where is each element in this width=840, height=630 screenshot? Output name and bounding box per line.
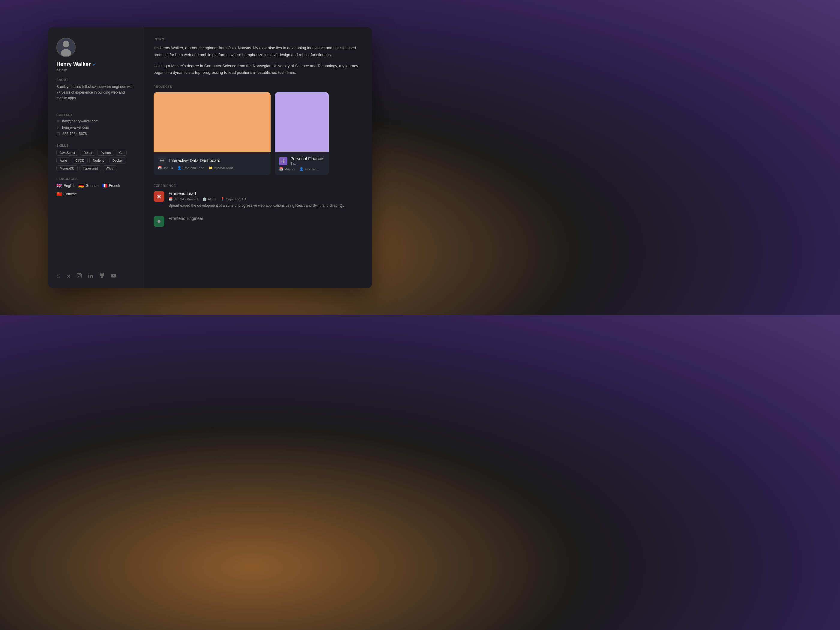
project-logo-2 <box>279 157 287 165</box>
about-label: ABOUT <box>57 78 135 82</box>
project-thumb-1 <box>153 92 271 152</box>
profile-card: Henry Walker ✓ he/him ABOUT Brooklyn bas… <box>48 27 372 288</box>
lang-item: 🇩🇪German <box>78 183 98 188</box>
project-title-1: Interactive Data Dashboard <box>169 158 220 163</box>
exp-title-1: Frontend Lead <box>169 191 362 196</box>
person-icon-2: 👤 <box>299 167 303 171</box>
avatar <box>57 38 76 57</box>
contact-email[interactable]: ✉ hey@henrywalker.com <box>57 119 135 123</box>
calendar-icon-2: 📅 <box>279 167 283 171</box>
contact-phone[interactable]: ☐ 555-1234-5678 <box>57 132 135 136</box>
threads-icon[interactable]: ⊗ <box>66 273 71 279</box>
website-text: henrywalker.com <box>62 125 89 129</box>
exp-title-2: Frontend Engineer <box>169 216 362 221</box>
about-section: ABOUT Brooklyn based full-stack software… <box>57 78 135 107</box>
exp-content-2: Frontend Engineer <box>169 216 362 227</box>
experience-item-2: Frontend Engineer <box>153 216 362 227</box>
intro-text: I'm Henry Walker, a product engineer fro… <box>153 45 362 76</box>
exp-location-1: 📍 Cupertino, CA <box>221 197 246 201</box>
languages-label: LANGUAGES <box>57 177 135 181</box>
youtube-icon[interactable] <box>111 273 116 279</box>
skill-tag: CI/CD <box>72 158 88 164</box>
project-thumb-2 <box>275 92 329 152</box>
intro-p2: Holding a Master's degree in Computer Sc… <box>153 63 362 76</box>
phone-text: 555-1234-5678 <box>62 132 87 136</box>
exp-calendar-icon-1: 📅 <box>169 197 173 201</box>
skill-tag: Node.js <box>89 158 107 164</box>
exp-meta-1: 📅 Jan 24 - Present 🏢 Alpha 📍 Cupertino, … <box>169 197 362 201</box>
project-role-2: 👤 Fronten... <box>299 167 319 171</box>
project-logo-row-1: Interactive Data Dashboard <box>158 156 267 165</box>
exp-company-1: 🏢 Alpha <box>202 197 216 201</box>
contact-section: CONTACT ✉ hey@henrywalker.com ⊕ henrywal… <box>57 114 135 138</box>
project-meta-1: 📅 Jan 24 👤 Frontend Lead 📁 Internal Tool… <box>158 166 267 170</box>
email-text: hey@henrywalker.com <box>62 119 99 123</box>
lang-flag: 🇨🇳 <box>57 191 62 197</box>
calendar-icon-1: 📅 <box>158 166 162 170</box>
skill-tag: Agile <box>57 158 70 164</box>
svg-point-4 <box>78 275 81 277</box>
languages-section: LANGUAGES 🇬🇧English🇩🇪German🇫🇷French🇨🇳Chi… <box>57 177 135 197</box>
svg-point-6 <box>88 273 89 275</box>
svg-rect-3 <box>77 273 82 278</box>
skill-tag: Docker <box>109 158 126 164</box>
project-logo-1 <box>158 156 166 165</box>
project-date-2: 📅 May 22 <box>279 167 295 171</box>
name-row: Henry Walker ✓ <box>57 61 135 68</box>
experience-label: EXPERIENCE <box>153 184 362 188</box>
skill-tag: React <box>80 150 95 156</box>
profile-name: Henry Walker <box>57 61 91 68</box>
intro-p1: I'm Henry Walker, a product engineer fro… <box>153 45 362 58</box>
skill-tag: Git <box>116 150 126 156</box>
svg-point-12 <box>158 220 161 223</box>
instagram-icon[interactable] <box>76 273 82 279</box>
exp-location-icon-1: 📍 <box>221 197 225 201</box>
exp-description-1: Spearheaded the development of a suite o… <box>169 203 362 209</box>
lang-item: 🇨🇳Chinese <box>57 191 77 197</box>
person-icon-1: 👤 <box>177 166 182 170</box>
project-info-2: Personal Finance Tr... 📅 May 22 👤 Fronte… <box>275 152 329 175</box>
lang-flag: 🇬🇧 <box>57 183 62 188</box>
globe-icon: ⊕ <box>57 125 60 130</box>
right-panel: INTRO I'm Henry Walker, a product engine… <box>144 27 372 288</box>
lang-name: French <box>109 183 120 188</box>
about-text: Brooklyn based full-stack software engin… <box>57 84 135 101</box>
svg-point-1 <box>63 41 69 47</box>
skills-label: SKILLS <box>57 144 135 147</box>
project-info-1: Interactive Data Dashboard 📅 Jan 24 👤 Fr… <box>153 152 271 174</box>
phone-icon: ☐ <box>57 132 60 136</box>
svg-point-5 <box>80 274 81 275</box>
skill-tag: MongoDB <box>57 165 78 171</box>
lang-flag: 🇩🇪 <box>78 183 84 188</box>
exp-date-1: 📅 Jan 24 - Present <box>169 197 198 201</box>
project-category-1: 📁 Internal Tools <box>208 166 234 170</box>
github-icon[interactable] <box>99 273 105 279</box>
skill-tag: Python <box>97 150 114 156</box>
skills-list: JavaScriptReactPythonGitAgileCI/CDNode.j… <box>57 150 135 171</box>
project-date-1: 📅 Jan 24 <box>158 166 173 170</box>
project-card-2[interactable]: Personal Finance Tr... 📅 May 22 👤 Fronte… <box>275 92 329 175</box>
svg-point-9 <box>161 160 163 161</box>
project-card-1[interactable]: Interactive Data Dashboard 📅 Jan 24 👤 Fr… <box>153 92 271 175</box>
project-title-2: Personal Finance Tr... <box>291 156 325 166</box>
email-icon: ✉ <box>57 119 60 123</box>
exp-building-icon-1: 🏢 <box>202 197 207 201</box>
languages-list: 🇬🇧English🇩🇪German🇫🇷French🇨🇳Chinese <box>57 183 135 197</box>
projects-label: PROJECTS <box>153 85 362 88</box>
lang-name: German <box>85 183 98 188</box>
left-panel: Henry Walker ✓ he/him ABOUT Brooklyn bas… <box>48 27 144 288</box>
contact-website[interactable]: ⊕ henrywalker.com <box>57 125 135 130</box>
folder-icon-1: 📁 <box>208 166 213 170</box>
project-role-1: 👤 Frontend Lead <box>177 166 204 170</box>
skill-tag: Typescript <box>79 165 101 171</box>
skill-tag: AWS <box>103 165 117 171</box>
lang-name: English <box>63 183 75 188</box>
project-logo-row-2: Personal Finance Tr... <box>279 156 325 166</box>
lang-item: 🇬🇧English <box>57 183 75 188</box>
twitter-icon[interactable]: 𝕏 <box>57 273 60 279</box>
social-bar: 𝕏 ⊗ <box>57 273 135 279</box>
projects-list: Interactive Data Dashboard 📅 Jan 24 👤 Fr… <box>153 92 362 175</box>
linkedin-icon[interactable] <box>88 273 93 279</box>
exp-logo-1 <box>153 191 164 202</box>
experience-item-1: Frontend Lead 📅 Jan 24 - Present 🏢 Alpha… <box>153 191 362 209</box>
